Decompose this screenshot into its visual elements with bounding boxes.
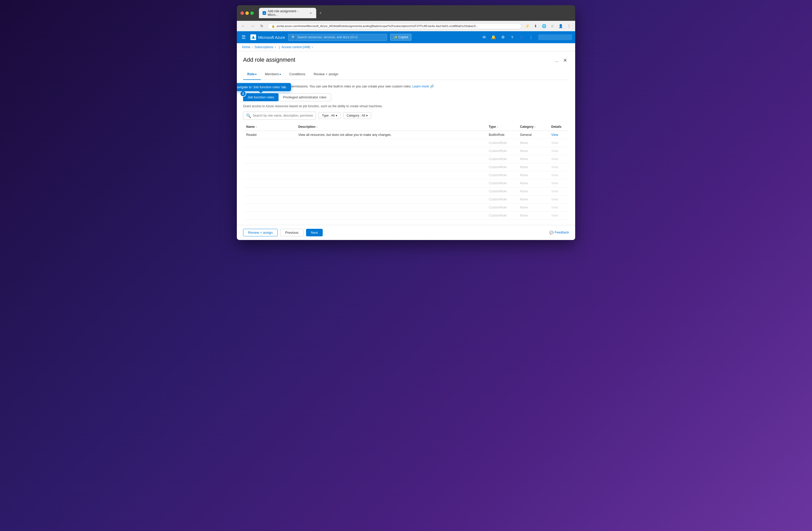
- new-tab-button[interactable]: +: [317, 10, 324, 16]
- previous-button[interactable]: Previous: [280, 229, 303, 236]
- dot-yellow[interactable]: [245, 12, 249, 15]
- cell-description: View all resources, but does not allow y…: [295, 131, 485, 139]
- azure-logo: Microsoft Azure: [250, 34, 285, 40]
- col-header-category[interactable]: Category ↕: [517, 123, 548, 131]
- browser-tab-active[interactable]: A Add role assignment - Micro... ✕: [259, 8, 316, 18]
- panel-footer: Review + assign Previous Next 💬 Feedback: [237, 225, 575, 240]
- breadcrumb-home[interactable]: Home: [242, 45, 250, 49]
- table-row[interactable]: CustomRoleNoneView: [243, 187, 569, 195]
- cell-details[interactable]: View: [548, 131, 569, 139]
- cell-name: [243, 195, 295, 203]
- cell-description: [295, 147, 485, 155]
- next-button[interactable]: Next: [306, 229, 323, 236]
- cell-details[interactable]: View: [548, 187, 569, 195]
- cell-name: [243, 179, 295, 187]
- back-button[interactable]: ←: [240, 23, 247, 30]
- hamburger-icon[interactable]: ☰: [240, 33, 247, 41]
- breadcrumb-iam[interactable]: Access control (IAM): [281, 45, 310, 49]
- cell-description: [295, 171, 485, 179]
- panel-description: A role definition is a collection of per…: [243, 84, 569, 89]
- cell-details[interactable]: View: [548, 171, 569, 179]
- tab-close-icon[interactable]: ✕: [309, 11, 313, 15]
- table-row[interactable]: CustomRoleNoneView: [243, 139, 569, 147]
- dot-red[interactable]: [241, 12, 244, 15]
- col-header-description[interactable]: Description ↕: [295, 123, 485, 131]
- sub-tab-job-function[interactable]: Job function roles: [243, 93, 278, 101]
- panel-options-icon[interactable]: ...: [555, 58, 559, 63]
- category-filter[interactable]: Category : All ▾: [343, 112, 371, 119]
- review-assign-button[interactable]: Review + assign: [243, 229, 278, 236]
- table-row[interactable]: CustomRoleNoneView: [243, 155, 569, 163]
- type-filter[interactable]: Type : All ▾: [319, 112, 341, 119]
- cell-description: [295, 187, 485, 195]
- tab-review-assign[interactable]: Review + assign: [309, 70, 343, 80]
- feedback-link[interactable]: 💬 Feedback: [549, 231, 569, 234]
- cell-name: [243, 147, 295, 155]
- table-row[interactable]: CustomRoleNoneView: [243, 195, 569, 203]
- forward-button[interactable]: →: [249, 23, 256, 30]
- copilot-button[interactable]: ✨ Copilot: [390, 34, 411, 41]
- cell-name: [243, 187, 295, 195]
- panel-title: Add role assignment: [243, 57, 295, 63]
- sub-tab-privileged[interactable]: Privileged administrator roles: [278, 93, 331, 101]
- close-panel-button[interactable]: ✕: [561, 57, 569, 64]
- cell-category: None: [517, 171, 548, 179]
- col-header-name[interactable]: Name ↕: [243, 123, 295, 131]
- breadcrumb-sep-4: ›: [312, 45, 313, 49]
- table-row[interactable]: CustomRoleNoneView: [243, 211, 569, 219]
- cell-details[interactable]: View: [548, 179, 569, 187]
- table-row[interactable]: CustomRoleNoneView: [243, 147, 569, 155]
- search-box[interactable]: 🔍: [243, 112, 316, 120]
- cell-description: [295, 211, 485, 219]
- help-icon[interactable]: ?: [508, 33, 516, 41]
- cell-category: None: [517, 187, 548, 195]
- cell-category: None: [517, 155, 548, 163]
- azure-navbar: ☰ Microsoft Azure 🔍 Search resources, se…: [237, 31, 575, 43]
- sub-tabs: 2 Navigate to 'Job function roles' tab. …: [243, 93, 569, 101]
- dot-green[interactable]: [250, 12, 254, 15]
- tab-role[interactable]: Role: [243, 70, 261, 80]
- mail-icon[interactable]: ✉: [480, 33, 488, 41]
- browser-dots: [241, 12, 254, 15]
- cell-details[interactable]: View: [548, 155, 569, 163]
- menu-icon[interactable]: ⋮: [565, 23, 572, 30]
- breadcrumb-subscriptions[interactable]: Subscriptions: [255, 45, 273, 49]
- view-link[interactable]: View: [551, 133, 558, 137]
- directory-icon[interactable]: 👤: [517, 33, 526, 41]
- sub-tab-wrapper: 2 Navigate to 'Job function roles' tab. …: [243, 93, 278, 101]
- address-bar[interactable]: 🔒 portal.azure.com/#view/Microsoft_Azure…: [267, 23, 522, 29]
- toolbar-icons: ⚡ ⬇ 🌐 ☆ 👤 ⋮: [524, 23, 572, 30]
- table-row[interactable]: CustomRoleNoneView: [243, 203, 569, 211]
- tab-members[interactable]: Members: [261, 70, 285, 80]
- lock-icon: 🔒: [272, 25, 275, 28]
- cell-name: [243, 163, 295, 171]
- cell-details[interactable]: View: [548, 203, 569, 211]
- sort-category-icon: ↕: [534, 126, 536, 128]
- search-input[interactable]: [253, 114, 313, 117]
- download-icon[interactable]: ⬇: [532, 23, 539, 30]
- table-row[interactable]: CustomRoleNoneView: [243, 171, 569, 179]
- tab-conditions[interactable]: Conditions: [285, 70, 309, 80]
- table-row[interactable]: ReaderView all resources, but does not a…: [243, 131, 569, 139]
- settings-icon[interactable]: ⚙: [499, 33, 507, 41]
- table-row[interactable]: CustomRoleNoneView: [243, 179, 569, 187]
- translate-icon[interactable]: 🌐: [540, 23, 548, 30]
- azure-search-bar[interactable]: 🔍 Search resources, services, and docs (…: [288, 34, 387, 41]
- cell-details[interactable]: View: [548, 163, 569, 171]
- breadcrumb-sep-1: ›: [252, 45, 253, 49]
- more-icon[interactable]: ⋮: [527, 33, 535, 41]
- profile-icon[interactable]: 👤: [557, 23, 564, 30]
- azure-logo-text: Microsoft Azure: [258, 35, 285, 40]
- learn-more-link[interactable]: Learn more: [412, 85, 429, 88]
- cell-details[interactable]: View: [548, 211, 569, 219]
- notifications-icon[interactable]: 🔔: [489, 33, 498, 41]
- cell-details[interactable]: View: [548, 195, 569, 203]
- extensions-icon[interactable]: ⚡: [524, 23, 531, 30]
- table-row[interactable]: CustomRoleNoneView: [243, 163, 569, 171]
- cell-type: CustomRole: [485, 203, 517, 211]
- refresh-button[interactable]: ↻: [258, 23, 265, 30]
- cell-details[interactable]: View: [548, 147, 569, 155]
- cell-details[interactable]: View: [548, 139, 569, 147]
- bookmark-icon[interactable]: ☆: [549, 23, 556, 30]
- col-header-type[interactable]: Type ↕: [485, 123, 517, 131]
